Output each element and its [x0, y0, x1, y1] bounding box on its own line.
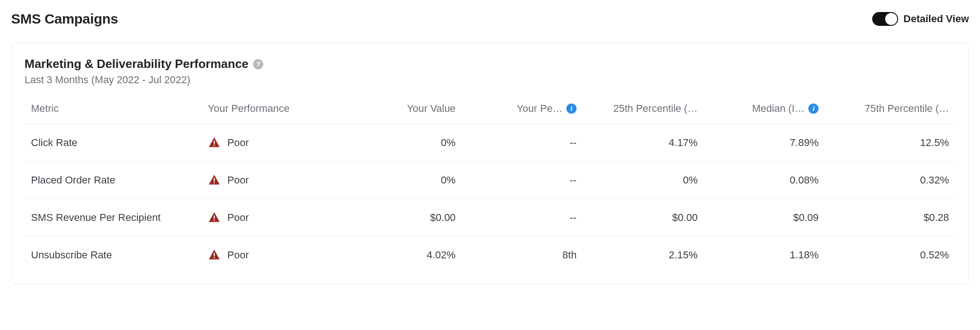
svg-rect-7 [214, 257, 215, 258]
your-value-cell: 4.02% [341, 237, 462, 274]
median-cell: 1.18% [704, 237, 825, 274]
75th-percentile-cell: 0.32% [825, 162, 955, 199]
col-header-your-value-label: Your Value [407, 103, 455, 114]
performance-label: Poor [227, 137, 248, 149]
col-header-25th-percentile[interactable]: 25th Percentile (… [583, 98, 704, 124]
metrics-table: Metric Your Performance Your Value Your … [25, 98, 955, 274]
warning-icon [208, 174, 221, 187]
col-header-your-value[interactable]: Your Value [341, 98, 462, 124]
75th-percentile-cell: 0.52% [825, 237, 955, 274]
detailed-view-toggle-wrap: Detailed View [872, 12, 969, 26]
performance-cell: Poor [201, 237, 341, 274]
detailed-view-toggle-label: Detailed View [904, 13, 969, 25]
svg-rect-6 [214, 253, 215, 256]
page-title: SMS Campaigns [11, 11, 118, 27]
performance-card: Marketing & Deliverability Performance ?… [11, 43, 969, 284]
info-icon[interactable]: i [566, 104, 577, 114]
median-cell: 7.89% [704, 124, 825, 162]
table-row: SMS Revenue Per Recipient Poor$0.00--$0.… [25, 199, 955, 237]
col-header-metric-label: Metric [31, 103, 59, 114]
25th-percentile-cell: 4.17% [583, 124, 704, 162]
col-header-performance-label: Your Performance [208, 103, 290, 114]
col-header-75th-percentile-label: 75th Percentile (… [865, 103, 949, 114]
card-title: Marketing & Deliverability Performance [25, 57, 248, 71]
median-cell: $0.09 [704, 199, 825, 237]
performance-label: Poor [227, 249, 248, 261]
warning-icon [208, 249, 221, 262]
25th-percentile-cell: 0% [583, 162, 704, 199]
col-header-your-percentile-label: Your Pe… [517, 103, 563, 115]
performance-cell: Poor [201, 124, 341, 162]
performance-cell: Poor [201, 199, 341, 237]
col-header-25th-percentile-label: 25th Percentile (… [614, 103, 698, 114]
metric-name: SMS Revenue Per Recipient [25, 199, 201, 237]
median-cell: 0.08% [704, 162, 825, 199]
table-row: Click Rate Poor0%--4.17%7.89%12.5% [25, 124, 955, 162]
svg-rect-2 [214, 178, 215, 181]
help-icon[interactable]: ? [253, 59, 263, 69]
warning-icon [208, 136, 221, 149]
your-percentile-cell: -- [462, 199, 583, 237]
your-percentile-cell: 8th [462, 237, 583, 274]
metric-name: Unsubscribe Rate [25, 237, 201, 274]
toggle-knob-icon [885, 13, 897, 25]
table-row: Placed Order Rate Poor0%--0%0.08%0.32% [25, 162, 955, 199]
your-value-cell: 0% [341, 124, 462, 162]
col-header-75th-percentile[interactable]: 75th Percentile (… [825, 98, 955, 124]
svg-rect-5 [214, 220, 215, 220]
col-header-median[interactable]: Median (I… i [704, 98, 825, 124]
performance-label: Poor [227, 174, 248, 186]
svg-rect-3 [214, 182, 215, 183]
svg-rect-0 [214, 141, 215, 144]
metric-name: Placed Order Rate [25, 162, 201, 199]
performance-cell: Poor [201, 162, 341, 199]
metric-name: Click Rate [25, 124, 201, 162]
warning-icon [208, 211, 221, 224]
col-header-your-percentile[interactable]: Your Pe… i [462, 98, 583, 124]
col-header-median-label: Median (I… [752, 103, 805, 115]
svg-rect-1 [214, 145, 215, 146]
25th-percentile-cell: $0.00 [583, 199, 704, 237]
table-row: Unsubscribe Rate Poor4.02%8th2.15%1.18%0… [25, 237, 955, 274]
your-value-cell: 0% [341, 162, 462, 199]
info-icon[interactable]: i [808, 104, 819, 114]
your-value-cell: $0.00 [341, 199, 462, 237]
your-percentile-cell: -- [462, 124, 583, 162]
col-header-performance[interactable]: Your Performance [201, 98, 341, 124]
detailed-view-toggle[interactable] [872, 12, 898, 26]
svg-rect-4 [214, 215, 215, 219]
card-subtitle: Last 3 Months (May 2022 - Jul 2022) [25, 74, 955, 86]
col-header-metric[interactable]: Metric [25, 98, 201, 124]
performance-label: Poor [227, 212, 248, 224]
your-percentile-cell: -- [462, 162, 583, 199]
75th-percentile-cell: $0.28 [825, 199, 955, 237]
25th-percentile-cell: 2.15% [583, 237, 704, 274]
75th-percentile-cell: 12.5% [825, 124, 955, 162]
